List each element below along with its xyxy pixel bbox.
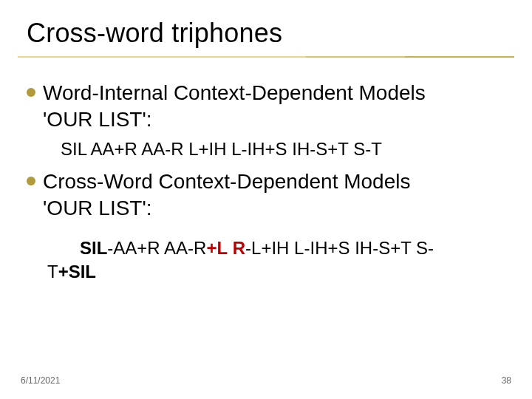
bullet-cont: 'OUR LIST': — [43, 197, 152, 219]
slide: Cross-word triphones Word-Internal Conte… — [0, 0, 532, 399]
tri-seg: +L — [206, 238, 228, 258]
tri-seg: SIL — [80, 238, 107, 258]
bullet-icon — [27, 177, 35, 185]
bullet-cont: 'OUR LIST': — [43, 108, 152, 131]
bullet-sub: SIL AA+R AA-R L+IH L-IH+S IH-S+T S-T — [61, 137, 505, 161]
bullet-text: Cross-Word Context-Dependent Models 'OUR… — [43, 168, 410, 222]
bullet-item: Word-Internal Context-Dependent Models '… — [27, 80, 505, 133]
slide-body: Word-Internal Context-Dependent Models '… — [27, 77, 505, 284]
tri-seg: T — [47, 262, 58, 282]
tri-seg: +SIL — [58, 262, 96, 282]
slide-title: Cross-word triphones — [27, 18, 282, 49]
tri-seg: -L+IH L-IH+S IH-S+T S- — [245, 238, 434, 258]
bullet-sub: SIL-AA+R AA-R+L R-L+IH L-IH+S IH-S+T S- — [80, 236, 505, 260]
bullet-sub-wrap: T+SIL — [47, 260, 505, 284]
bullet-icon — [27, 88, 35, 97]
bullet-item: Cross-Word Context-Dependent Models 'OUR… — [27, 168, 505, 222]
bullet-lead: Cross-Word Context-Dependent Models — [43, 170, 410, 193]
tri-seg — [228, 238, 233, 258]
tri-seg: R — [233, 238, 245, 258]
title-underline — [18, 56, 514, 58]
tri-seg: -AA+R — [107, 238, 164, 258]
bullet-text: Word-Internal Context-Dependent Models '… — [43, 80, 426, 133]
tri-seg: AA-R — [164, 238, 206, 258]
footer-date: 6/11/2021 — [21, 375, 60, 386]
footer-page-number: 38 — [502, 375, 511, 386]
bullet-lead: Word-Internal Context-Dependent Models — [43, 81, 426, 104]
